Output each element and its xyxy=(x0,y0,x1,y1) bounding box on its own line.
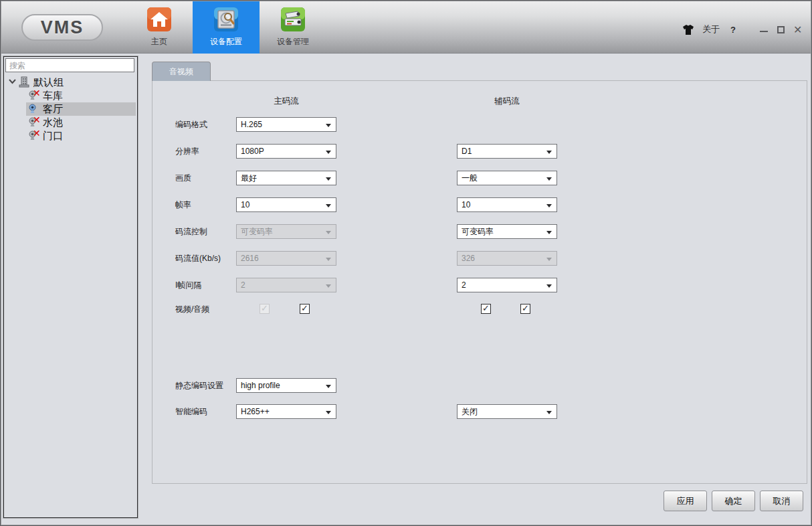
bitrate-value-main-select: 2616 xyxy=(236,251,336,266)
smart-encode-sub-select[interactable]: 关闭 xyxy=(457,404,557,419)
offline-x-icon: ✕ xyxy=(33,88,41,98)
resolution-label: 分辨率 xyxy=(175,144,199,159)
iframe-interval-label: I帧间隔 xyxy=(175,278,201,292)
tree-group-row[interactable]: 默认组 xyxy=(4,76,137,89)
dropdown-arrow-icon xyxy=(326,385,331,388)
dropdown-arrow-icon xyxy=(546,204,552,207)
quality-main-select[interactable]: 最好 xyxy=(236,171,336,185)
bitrate-value-sub-select: 326 xyxy=(457,251,557,266)
minimize-icon xyxy=(760,31,768,32)
vms-window: VMS 主页 设备配置 xyxy=(0,0,812,526)
av-settings-panel: 主码流 辅码流 编码格式 H.265 分辨率 1080P D1 画质 最好 一般… xyxy=(152,80,807,484)
framerate-sub-select[interactable]: 10 xyxy=(457,197,557,212)
apply-button[interactable]: 应用 xyxy=(664,491,707,511)
bitrate-control-sub-select[interactable]: 可变码率 xyxy=(457,224,557,239)
main-video-checkbox: ✓ xyxy=(260,304,270,314)
dropdown-arrow-icon xyxy=(326,177,331,181)
main-audio-checkbox[interactable]: ✓ xyxy=(300,304,310,314)
select-value: 一般 xyxy=(462,173,478,183)
quality-sub-select[interactable]: 一般 xyxy=(457,171,557,185)
static-encode-label: 静态编码设置 xyxy=(175,378,223,393)
device-tree: 默认组 ✕ 车库 xyxy=(4,74,137,517)
select-value: 可变码率 xyxy=(462,227,494,236)
select-value: D1 xyxy=(462,147,472,156)
framerate-main-select[interactable]: 10 xyxy=(236,197,336,212)
smart-encode-main-select[interactable]: H265++ xyxy=(236,404,336,419)
sub-audio-checkbox[interactable]: ✓ xyxy=(520,304,530,314)
select-value: 2 xyxy=(462,280,466,290)
quality-label: 画质 xyxy=(175,171,191,185)
select-value: H265++ xyxy=(241,407,270,416)
about-button[interactable]: 关于 xyxy=(702,23,720,35)
bitrate-value-label: 码流值(Kb/s) xyxy=(175,251,221,266)
tree-item-livingroom-selected[interactable]: 客厅 xyxy=(4,102,137,116)
dropdown-arrow-icon xyxy=(546,284,552,288)
encode-format-label: 编码格式 xyxy=(175,117,207,132)
help-button[interactable]: ? xyxy=(728,25,738,35)
select-value: 2616 xyxy=(241,254,259,263)
check-icon: ✓ xyxy=(482,303,490,313)
smart-encode-label: 智能编码 xyxy=(175,404,207,419)
tree-item-label[interactable]: 车库 xyxy=(43,90,63,102)
bitrate-control-main-select: 可变码率 xyxy=(236,224,336,239)
group-building-icon xyxy=(19,76,29,88)
toolbar-item-label: 主页 xyxy=(151,36,167,48)
maximize-button[interactable] xyxy=(776,24,787,35)
check-icon: ✓ xyxy=(522,303,529,313)
tree-item-pool[interactable]: ✕ 水池 xyxy=(4,116,137,129)
tab-audio-video[interactable]: 音视频 xyxy=(152,62,211,81)
select-value: 10 xyxy=(241,200,249,209)
minimize-button[interactable] xyxy=(758,24,769,35)
cancel-button[interactable]: 取消 xyxy=(760,491,803,511)
device-config-icon xyxy=(213,7,239,32)
select-value: 关闭 xyxy=(462,407,478,416)
dropdown-arrow-icon xyxy=(326,151,331,154)
tree-item-label[interactable]: 门口 xyxy=(43,130,63,143)
search-input[interactable] xyxy=(5,58,134,72)
ok-button[interactable]: 确定 xyxy=(712,491,755,511)
select-value: 326 xyxy=(462,254,475,263)
home-icon xyxy=(146,7,172,32)
toolbar-item-label: 设备管理 xyxy=(277,36,309,48)
dropdown-arrow-icon xyxy=(326,124,331,127)
toolbar-item-device-config[interactable]: 设备配置 xyxy=(193,1,260,54)
resolution-main-select[interactable]: 1080P xyxy=(236,144,336,159)
sub-stream-header: 辅码流 xyxy=(457,96,557,107)
encode-format-main-select[interactable]: H.265 xyxy=(236,117,336,132)
tshirt-icon[interactable] xyxy=(682,24,694,35)
select-value: 最好 xyxy=(241,173,257,183)
resolution-sub-select[interactable]: D1 xyxy=(457,144,557,159)
close-icon: ✕ xyxy=(793,23,802,36)
toolbar-item-device-manage[interactable]: 设备管理 xyxy=(260,1,326,54)
tree-item-gate[interactable]: ✕ 门口 xyxy=(4,129,137,143)
dropdown-arrow-icon xyxy=(546,151,552,154)
select-value: 2 xyxy=(241,280,245,290)
toolbar-item-home[interactable]: 主页 xyxy=(126,1,193,54)
select-value: high profile xyxy=(241,381,280,390)
video-audio-label: 视频/音频 xyxy=(175,302,209,317)
device-tree-sidebar: 默认组 ✕ 车库 xyxy=(3,56,138,518)
dropdown-arrow-icon xyxy=(326,284,331,288)
device-manage-icon xyxy=(280,7,306,32)
select-value: 10 xyxy=(462,200,470,209)
static-encode-main-select[interactable]: high profile xyxy=(236,378,336,393)
dropdown-arrow-icon xyxy=(546,231,552,234)
tree-item-label[interactable]: 水池 xyxy=(43,116,63,129)
iframe-interval-main-select: 2 xyxy=(236,278,336,292)
iframe-interval-sub-select[interactable]: 2 xyxy=(457,278,557,292)
tree-item-label[interactable]: 客厅 xyxy=(43,103,63,116)
select-value: 可变码率 xyxy=(241,227,273,236)
dropdown-arrow-icon xyxy=(546,177,552,181)
title-bar: VMS 主页 设备配置 xyxy=(1,1,811,54)
bitrate-control-label: 码流控制 xyxy=(175,224,207,239)
dropdown-arrow-icon xyxy=(326,231,331,234)
toolbar-item-label: 设备配置 xyxy=(210,36,242,48)
sub-video-checkbox[interactable]: ✓ xyxy=(481,304,491,314)
dropdown-arrow-icon xyxy=(326,258,331,261)
chevron-down-icon[interactable] xyxy=(9,79,16,84)
dropdown-arrow-icon xyxy=(326,204,331,207)
dropdown-arrow-icon xyxy=(546,411,552,414)
tree-item-garage[interactable]: ✕ 车库 xyxy=(4,89,137,102)
select-value: 1080P xyxy=(241,147,264,156)
close-button[interactable]: ✕ xyxy=(793,24,804,35)
